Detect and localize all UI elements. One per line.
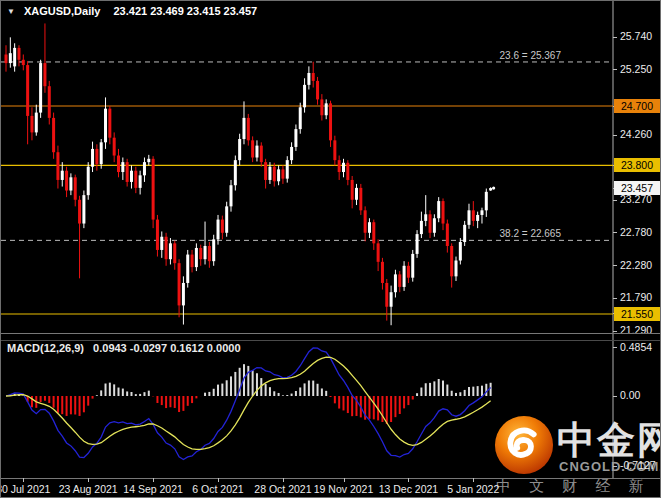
date-axis-tick (23, 478, 24, 482)
price-axis-tick (613, 37, 617, 38)
date-axis-tick (344, 478, 345, 482)
date-tick-label: 14 Sep 2021 (123, 483, 183, 495)
date-tick-label: 5 Jan 2022 (447, 483, 499, 495)
price-axis-tick (613, 135, 617, 136)
date-axis-tick (408, 478, 409, 482)
macd-axis-tick (613, 466, 617, 467)
price-axis-tick (613, 298, 617, 299)
pane-separator[interactable] (1, 333, 661, 341)
price-tick-label: 23.270 (620, 193, 652, 205)
price-level-badge: 21.550 (614, 307, 660, 321)
price-axis-tick (613, 232, 617, 233)
price-level-badge: 23.800 (614, 158, 660, 172)
macd-indicator-label: MACD(12,26,9) 0.0943 -0.0297 0.1612 0.00… (7, 342, 241, 354)
date-tick-label: 13 Dec 2021 (379, 483, 439, 495)
date-tick-label: 30 Jul 2021 (0, 483, 50, 495)
symbol-dropdown-icon[interactable]: ▼ (7, 7, 15, 16)
price-tick-label: 25.740 (620, 30, 652, 42)
date-tick-label: 19 Nov 2021 (314, 483, 374, 495)
price-tick-label: 22.280 (620, 259, 652, 271)
date-axis-tick (218, 478, 219, 482)
macd-axis: 0.48540.00-0.7127 (613, 339, 661, 478)
ohlc-values: 23.421 23.469 23.415 23.457 (113, 5, 257, 17)
macd-values: 0.0943 -0.0297 0.1612 0.0000 (93, 342, 240, 354)
macd-tick-label: -0.7127 (620, 459, 656, 471)
date-axis-tick (88, 478, 89, 482)
macd-tick-label: 0.00 (620, 389, 640, 401)
price-tick-label: 22.780 (620, 226, 652, 238)
price-axis-tick (613, 69, 617, 70)
date-axis-tick (283, 478, 284, 482)
date-tick-label: 23 Aug 2021 (59, 483, 118, 495)
price-axis-tick (613, 331, 617, 332)
date-tick-label: 6 Oct 2021 (192, 483, 243, 495)
macd-name: MACD(12,26,9) (7, 342, 84, 354)
price-axis-tick (613, 200, 617, 201)
price-axis-tick (613, 265, 617, 266)
symbol-period-label: XAGUSD,Daily (24, 5, 100, 17)
macd-tick-label: 0.4854 (620, 341, 652, 353)
date-axis-tick (153, 478, 154, 482)
date-axis-tick (473, 478, 474, 482)
date-tick-label: 28 Oct 2021 (254, 483, 311, 495)
trading-chart-window: ▼ XAGUSD,Daily 23.421 23.469 23.415 23.4… (0, 0, 661, 498)
price-level-badge: 24.700 (614, 99, 660, 113)
macd-axis-tick (613, 347, 617, 348)
macd-axis-tick (613, 396, 617, 397)
price-tick-label: 21.790 (620, 291, 652, 303)
price-tick-label: 25.250 (620, 63, 652, 75)
chart-canvas[interactable] (1, 1, 661, 498)
date-axis[interactable]: 30 Jul 202123 Aug 202114 Sep 20216 Oct 2… (1, 478, 661, 498)
price-tick-label: 24.260 (620, 128, 652, 140)
chart-title-bar: ▼ XAGUSD,Daily 23.421 23.469 23.415 23.4… (7, 5, 257, 17)
